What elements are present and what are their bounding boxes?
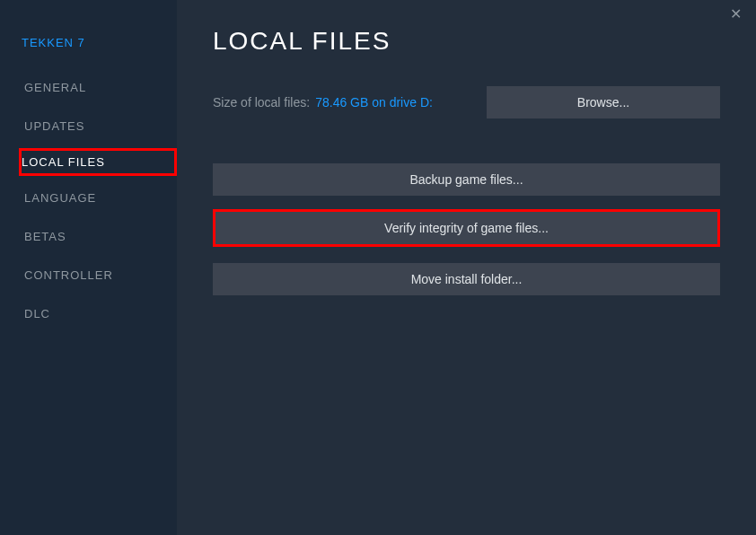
move-install-folder-button[interactable]: Move install folder... (213, 263, 720, 295)
main-panel: ✕ LOCAL FILES Size of local files: 78.46… (177, 0, 756, 535)
sidebar-item-updates[interactable]: UPDATES (22, 110, 177, 143)
game-title: TEKKEN 7 (22, 36, 177, 49)
page-title: LOCAL FILES (213, 27, 720, 56)
verify-integrity-button[interactable]: Verify integrity of game files... (213, 209, 720, 247)
close-button[interactable]: ✕ (727, 7, 743, 23)
sidebar-item-dlc[interactable]: DLC (22, 297, 177, 330)
properties-dialog: TEKKEN 7 GENERAL UPDATES LOCAL FILES LAN… (0, 0, 756, 535)
browse-button[interactable]: Browse... (487, 86, 720, 118)
sidebar-item-betas[interactable]: BETAS (22, 220, 177, 253)
sidebar-item-language[interactable]: LANGUAGE (22, 181, 177, 215)
close-icon: ✕ (730, 6, 742, 22)
sidebar: TEKKEN 7 GENERAL UPDATES LOCAL FILES LAN… (0, 0, 177, 535)
action-button-stack: Backup game files... Verify integrity of… (213, 163, 720, 295)
sidebar-item-general[interactable]: GENERAL (22, 71, 177, 104)
size-of-local-files-value: 78.46 GB on drive D: (315, 95, 433, 110)
backup-game-files-button[interactable]: Backup game files... (213, 163, 720, 196)
sidebar-item-controller[interactable]: CONTROLLER (22, 259, 177, 292)
sidebar-item-local-files[interactable]: LOCAL FILES (19, 148, 177, 176)
size-of-local-files-label: Size of local files: (213, 95, 310, 110)
size-row: Size of local files: 78.46 GB on drive D… (213, 86, 720, 118)
